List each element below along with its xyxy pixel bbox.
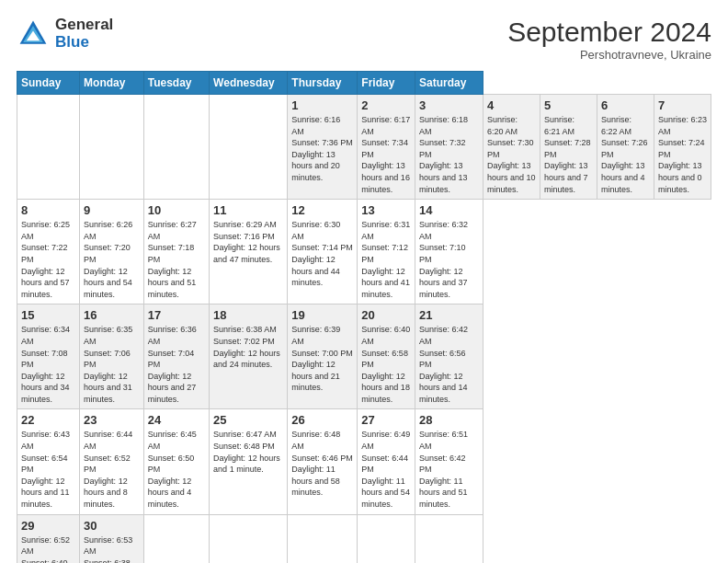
day-info: Sunrise: 6:47 AMSunset: 6:48 PMDaylight:… <box>213 429 283 475</box>
day-info: Sunrise: 6:40 AMSunset: 6:58 PMDaylight:… <box>361 324 411 405</box>
day-number: 18 <box>213 308 283 322</box>
day-number: 21 <box>419 308 479 322</box>
table-row: 3Sunrise: 6:18 AMSunset: 7:32 PMDaylight… <box>415 95 483 200</box>
table-row <box>288 514 358 563</box>
day-info: Sunrise: 6:17 AMSunset: 7:34 PMDaylight:… <box>361 114 411 195</box>
table-row: 11Sunrise: 6:29 AMSunset: 7:16 PMDayligh… <box>210 200 288 304</box>
logo-text: General Blue <box>55 17 113 51</box>
day-number: 28 <box>419 413 479 427</box>
day-number: 10 <box>148 203 205 217</box>
col-friday: Friday <box>358 72 415 95</box>
table-row: 13Sunrise: 6:31 AMSunset: 7:12 PMDayligh… <box>358 200 415 304</box>
col-wednesday: Wednesday <box>210 72 288 95</box>
day-number: 20 <box>361 308 411 322</box>
logo-general-text: General <box>55 17 113 34</box>
day-info: Sunrise: 6:38 AMSunset: 7:02 PMDaylight:… <box>213 324 283 370</box>
table-row: 24Sunrise: 6:45 AMSunset: 6:50 PMDayligh… <box>143 409 209 514</box>
table-row: 1Sunrise: 6:16 AMSunset: 7:36 PMDaylight… <box>288 95 358 200</box>
day-info: Sunrise: 6:53 AMSunset: 6:38 PMDaylight:… <box>84 534 140 563</box>
day-info: Sunrise: 6:31 AMSunset: 7:12 PMDaylight:… <box>361 219 411 300</box>
col-sunday: Sunday <box>17 72 80 95</box>
day-info: Sunrise: 6:44 AMSunset: 6:52 PMDaylight:… <box>84 429 140 510</box>
day-info: Sunrise: 6:29 AMSunset: 7:16 PMDaylight:… <box>213 219 283 265</box>
location: Pershotravneve, Ukraine <box>507 48 711 62</box>
month-title: September 2024 <box>507 17 711 48</box>
day-number: 4 <box>487 98 536 112</box>
table-row: 17Sunrise: 6:36 AMSunset: 7:04 PMDayligh… <box>143 304 209 409</box>
table-row: 18Sunrise: 6:38 AMSunset: 7:02 PMDayligh… <box>210 304 288 409</box>
day-number: 11 <box>213 203 283 217</box>
table-row: 9Sunrise: 6:26 AMSunset: 7:20 PMDaylight… <box>80 200 144 304</box>
day-number: 23 <box>84 413 140 427</box>
header: General Blue September 2024 Pershotravne… <box>17 17 711 62</box>
day-info: Sunrise: 6:39 AMSunset: 7:00 PMDaylight:… <box>291 324 353 394</box>
day-number: 8 <box>21 203 75 217</box>
table-row: 22Sunrise: 6:43 AMSunset: 6:54 PMDayligh… <box>17 409 80 514</box>
table-row <box>143 514 209 563</box>
table-row: 28Sunrise: 6:51 AMSunset: 6:42 PMDayligh… <box>415 409 483 514</box>
table-row: 23Sunrise: 6:44 AMSunset: 6:52 PMDayligh… <box>80 409 144 514</box>
page: General Blue September 2024 Pershotravne… <box>0 0 728 563</box>
day-number: 26 <box>291 413 353 427</box>
table-row: 7Sunrise: 6:23 AMSunset: 7:24 PMDaylight… <box>654 95 711 200</box>
day-info: Sunrise: 6:22 AMSunset: 7:26 PMDaylight:… <box>601 114 650 195</box>
table-row: 27Sunrise: 6:49 AMSunset: 6:44 PMDayligh… <box>358 409 415 514</box>
table-row <box>210 514 288 563</box>
table-row: 8Sunrise: 6:25 AMSunset: 7:22 PMDaylight… <box>17 200 80 304</box>
day-number: 15 <box>21 308 75 322</box>
table-row: 30Sunrise: 6:53 AMSunset: 6:38 PMDayligh… <box>80 514 144 563</box>
day-number: 1 <box>291 98 353 112</box>
day-number: 30 <box>84 519 140 533</box>
day-info: Sunrise: 6:43 AMSunset: 6:54 PMDaylight:… <box>21 429 75 510</box>
table-row: 26Sunrise: 6:48 AMSunset: 6:46 PMDayligh… <box>288 409 358 514</box>
day-info: Sunrise: 6:18 AMSunset: 7:32 PMDaylight:… <box>419 114 479 195</box>
table-row: 16Sunrise: 6:35 AMSunset: 7:06 PMDayligh… <box>80 304 144 409</box>
table-row <box>415 514 483 563</box>
day-number: 14 <box>419 203 479 217</box>
table-row: 5Sunrise: 6:21 AMSunset: 7:28 PMDaylight… <box>540 95 597 200</box>
col-saturday: Saturday <box>415 72 483 95</box>
day-info: Sunrise: 6:49 AMSunset: 6:44 PMDaylight:… <box>361 429 411 510</box>
day-number: 24 <box>148 413 205 427</box>
day-number: 27 <box>361 413 411 427</box>
day-info: Sunrise: 6:27 AMSunset: 7:18 PMDaylight:… <box>148 219 205 300</box>
day-info: Sunrise: 6:34 AMSunset: 7:08 PMDaylight:… <box>21 324 75 405</box>
table-row: 2Sunrise: 6:17 AMSunset: 7:34 PMDaylight… <box>358 95 415 200</box>
table-row: 14Sunrise: 6:32 AMSunset: 7:10 PMDayligh… <box>415 200 483 304</box>
day-info: Sunrise: 6:48 AMSunset: 6:46 PMDaylight:… <box>291 429 353 499</box>
day-info: Sunrise: 6:23 AMSunset: 7:24 PMDaylight:… <box>658 114 707 195</box>
day-number: 3 <box>419 98 479 112</box>
day-number: 9 <box>84 203 140 217</box>
calendar-week-row: 22Sunrise: 6:43 AMSunset: 6:54 PMDayligh… <box>17 409 711 514</box>
day-number: 2 <box>361 98 411 112</box>
calendar-week-row: 8Sunrise: 6:25 AMSunset: 7:22 PMDaylight… <box>17 200 711 304</box>
day-number: 7 <box>658 98 707 112</box>
calendar-week-row: 1Sunrise: 6:16 AMSunset: 7:36 PMDaylight… <box>17 95 711 200</box>
table-row <box>210 95 288 200</box>
day-info: Sunrise: 6:30 AMSunset: 7:14 PMDaylight:… <box>291 219 353 289</box>
table-row: 10Sunrise: 6:27 AMSunset: 7:18 PMDayligh… <box>143 200 209 304</box>
day-number: 25 <box>213 413 283 427</box>
day-info: Sunrise: 6:42 AMSunset: 6:56 PMDaylight:… <box>419 324 479 405</box>
table-row: 20Sunrise: 6:40 AMSunset: 6:58 PMDayligh… <box>358 304 415 409</box>
calendar-week-row: 15Sunrise: 6:34 AMSunset: 7:08 PMDayligh… <box>17 304 711 409</box>
calendar-table: Sunday Monday Tuesday Wednesday Thursday… <box>17 71 711 563</box>
table-row: 6Sunrise: 6:22 AMSunset: 7:26 PMDaylight… <box>597 95 654 200</box>
day-number: 29 <box>21 519 75 533</box>
table-row: 29Sunrise: 6:52 AMSunset: 6:40 PMDayligh… <box>17 514 80 563</box>
table-row: 4Sunrise: 6:20 AMSunset: 7:30 PMDaylight… <box>483 95 540 200</box>
day-number: 12 <box>291 203 353 217</box>
day-info: Sunrise: 6:21 AMSunset: 7:28 PMDaylight:… <box>544 114 593 195</box>
title-block: September 2024 Pershotravneve, Ukraine <box>507 17 711 62</box>
logo-icon <box>17 17 50 51</box>
table-row: 25Sunrise: 6:47 AMSunset: 6:48 PMDayligh… <box>210 409 288 514</box>
day-info: Sunrise: 6:35 AMSunset: 7:06 PMDaylight:… <box>84 324 140 405</box>
day-info: Sunrise: 6:32 AMSunset: 7:10 PMDaylight:… <box>419 219 479 300</box>
table-row <box>143 95 209 200</box>
day-number: 22 <box>21 413 75 427</box>
table-row: 15Sunrise: 6:34 AMSunset: 7:08 PMDayligh… <box>17 304 80 409</box>
logo: General Blue <box>17 17 113 51</box>
day-info: Sunrise: 6:25 AMSunset: 7:22 PMDaylight:… <box>21 219 75 300</box>
table-row <box>358 514 415 563</box>
table-row: 12Sunrise: 6:30 AMSunset: 7:14 PMDayligh… <box>288 200 358 304</box>
